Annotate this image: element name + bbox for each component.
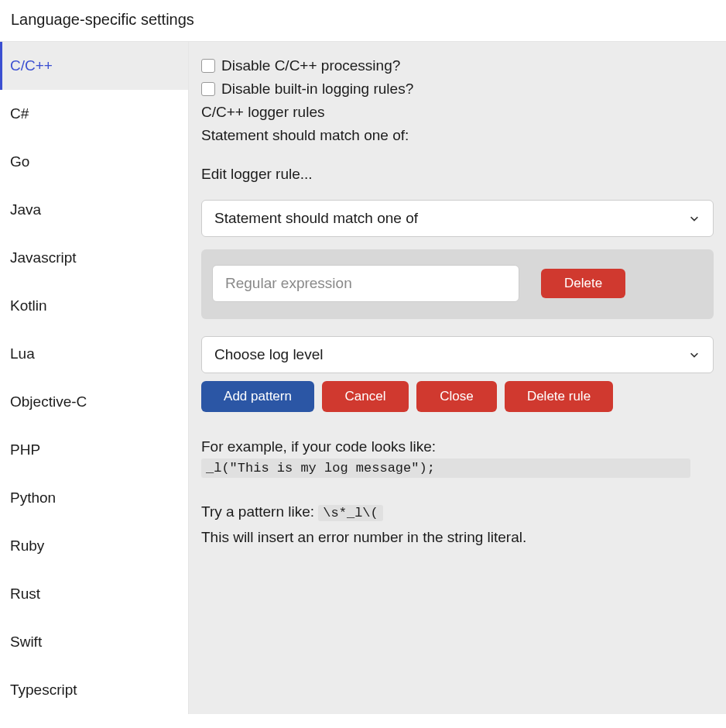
example-code: _l("This is my log message"); — [201, 458, 690, 478]
logger-rules-heading: C/C++ logger rules — [201, 104, 714, 121]
page-title: Language-specific settings — [0, 0, 726, 41]
pattern-desc: This will insert an error number in the … — [201, 527, 714, 549]
delete-rule-button[interactable]: Delete rule — [505, 381, 613, 412]
sidebar-item-c-cpp[interactable]: C/C++ — [0, 42, 188, 90]
statement-dropdown-label: Statement should match one of — [214, 210, 418, 227]
chevron-down-icon — [688, 212, 700, 225]
statement-match-text: Statement should match one of: — [201, 127, 714, 144]
regex-input[interactable] — [212, 265, 519, 302]
sidebar-item-php[interactable]: PHP — [0, 426, 188, 474]
sidebar-item-rust[interactable]: Rust — [0, 570, 188, 618]
delete-pattern-button[interactable]: Delete — [541, 269, 625, 298]
pattern-hint-prefix: Try a pattern like: — [201, 503, 318, 520]
sidebar-item-java[interactable]: Java — [0, 186, 188, 234]
loglevel-dropdown-label: Choose log level — [214, 346, 323, 363]
sidebar-item-lua[interactable]: Lua — [0, 330, 188, 378]
sidebar-item-javascript[interactable]: Javascript — [0, 234, 188, 282]
sidebar-item-typescript[interactable]: Typescript — [0, 666, 188, 714]
sidebar-item-csharp[interactable]: C# — [0, 90, 188, 138]
main-panel: Disable C/C++ processing? Disable built-… — [189, 42, 726, 714]
disable-logging-checkbox[interactable] — [201, 82, 215, 96]
disable-logging-label: Disable built-in logging rules? — [221, 81, 413, 98]
add-pattern-button[interactable]: Add pattern — [201, 381, 314, 412]
loglevel-dropdown[interactable]: Choose log level — [201, 336, 714, 373]
chevron-down-icon — [688, 349, 700, 361]
language-sidebar: C/C++ C# Go Java Javascript Kotlin Lua O… — [0, 42, 189, 714]
sidebar-item-swift[interactable]: Swift — [0, 618, 188, 666]
sidebar-item-kotlin[interactable]: Kotlin — [0, 282, 188, 330]
statement-dropdown[interactable]: Statement should match one of — [201, 200, 714, 237]
sidebar-item-python[interactable]: Python — [0, 474, 188, 522]
pattern-hint: Try a pattern like: \s*_l\( This will in… — [201, 501, 714, 548]
sidebar-item-go[interactable]: Go — [0, 138, 188, 186]
disable-processing-checkbox[interactable] — [201, 59, 215, 73]
pattern-hint-code: \s*_l\( — [318, 505, 382, 521]
sidebar-item-ruby[interactable]: Ruby — [0, 522, 188, 570]
cancel-button[interactable]: Cancel — [322, 381, 409, 412]
close-button[interactable]: Close — [416, 381, 497, 412]
disable-processing-label: Disable C/C++ processing? — [221, 57, 400, 74]
pattern-input-section: Delete — [201, 249, 714, 319]
example-label: For example, if your code looks like: — [201, 438, 714, 455]
sidebar-item-objective-c[interactable]: Objective-C — [0, 378, 188, 426]
edit-rule-text: Edit logger rule... — [201, 166, 714, 183]
